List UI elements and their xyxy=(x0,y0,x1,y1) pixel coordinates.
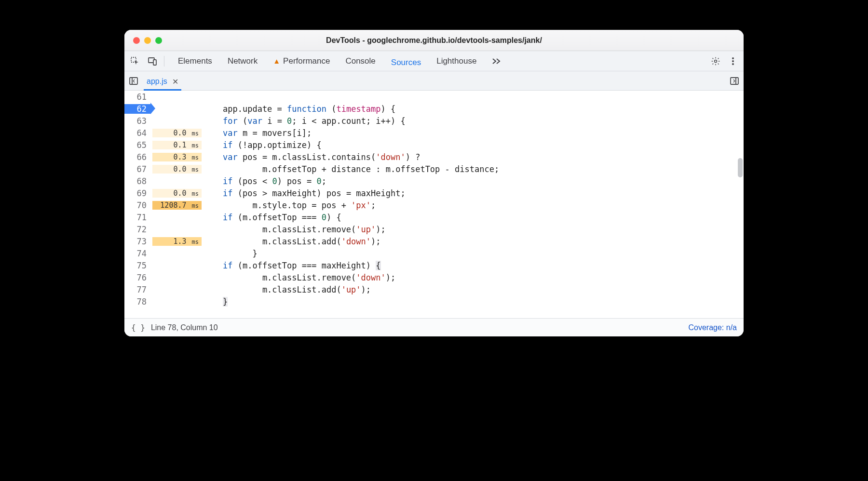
show-debugger-icon[interactable] xyxy=(729,76,740,86)
tab-overflow[interactable] xyxy=(491,53,502,69)
titlebar: DevTools - googlechrome.github.io/devtoo… xyxy=(124,30,744,51)
svg-rect-2 xyxy=(153,60,156,65)
scrollbar-thumb[interactable] xyxy=(738,158,743,177)
code-editor[interactable]: 616263640.0 ms650.1 ms660.3 ms670.0 ms68… xyxy=(124,91,744,318)
settings-icon[interactable] xyxy=(710,55,721,67)
tab-console[interactable]: Console xyxy=(344,53,376,69)
window-title: DevTools - googlechrome.github.io/devtoo… xyxy=(124,36,744,45)
svg-point-5 xyxy=(732,60,734,62)
warning-icon: ▲ xyxy=(273,57,280,65)
device-toolbar-icon[interactable] xyxy=(147,55,158,67)
inspect-element-icon[interactable] xyxy=(129,55,141,67)
tab-lighthouse[interactable]: Lighthouse xyxy=(435,53,477,69)
gutter[interactable]: 616263640.0 ms650.1 ms660.3 ms670.0 ms68… xyxy=(124,91,202,318)
tab-sources[interactable]: Sources xyxy=(390,53,422,73)
tab-performance[interactable]: ▲Performance xyxy=(272,53,331,69)
panel-tabs: Elements Network ▲Performance Console So… xyxy=(177,53,502,69)
svg-point-6 xyxy=(732,63,734,65)
file-tabbar: app.js ✕ xyxy=(124,71,744,91)
show-navigator-icon[interactable] xyxy=(128,76,139,86)
cursor-position: Line 78, Column 10 xyxy=(151,323,218,332)
file-tab-appjs[interactable]: app.js ✕ xyxy=(144,75,181,91)
minimize-window-button[interactable] xyxy=(144,37,151,44)
code-content[interactable]: app.update = function (timestamp) { for … xyxy=(202,91,744,318)
traffic-lights xyxy=(133,37,162,44)
tab-network[interactable]: Network xyxy=(227,53,258,69)
close-tab-icon[interactable]: ✕ xyxy=(172,77,178,86)
svg-point-4 xyxy=(732,57,734,59)
devtools-window: DevTools - googlechrome.github.io/devtoo… xyxy=(124,30,744,336)
coverage-link[interactable]: Coverage: n/a xyxy=(688,323,737,332)
main-toolbar: Elements Network ▲Performance Console So… xyxy=(124,51,744,71)
svg-point-3 xyxy=(715,60,717,62)
statusbar: { } Line 78, Column 10 Coverage: n/a xyxy=(124,318,744,336)
pretty-print-icon[interactable]: { } xyxy=(131,323,145,332)
chevron-double-right-icon xyxy=(492,58,502,65)
more-menu-icon[interactable] xyxy=(727,55,739,67)
close-window-button[interactable] xyxy=(133,37,140,44)
tab-elements[interactable]: Elements xyxy=(177,53,213,69)
zoom-window-button[interactable] xyxy=(155,37,162,44)
